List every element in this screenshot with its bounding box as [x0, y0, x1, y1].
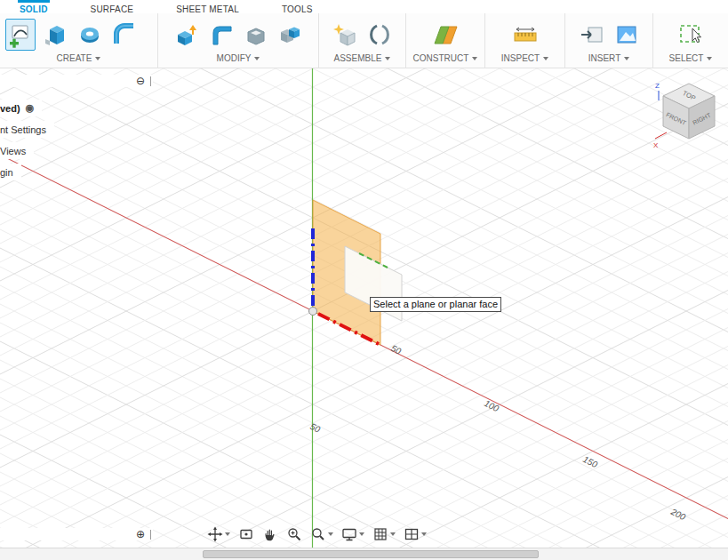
viewcube-x-label: X	[653, 141, 659, 149]
select-icon	[677, 21, 704, 48]
grid-icon	[372, 526, 388, 542]
select-label: SELECT	[669, 53, 704, 63]
measure-icon	[512, 21, 539, 48]
construct-label: CONSTRUCT	[413, 53, 469, 63]
tab-solid[interactable]: SOLID	[18, 0, 50, 13]
construct-dropdown[interactable]: CONSTRUCT	[406, 52, 484, 68]
fit-icon	[310, 526, 326, 542]
modify-dropdown[interactable]: MODIFY	[158, 52, 318, 68]
modify-label: MODIFY	[217, 53, 252, 63]
revolve-icon	[76, 21, 103, 48]
grid-settings-button[interactable]	[370, 524, 398, 544]
fillet-icon	[208, 21, 235, 48]
construct-plane-icon	[432, 21, 459, 48]
look-at-icon	[238, 526, 254, 542]
panel-divider	[150, 76, 151, 86]
tab-sheet-metal[interactable]: SHEET METAL	[174, 0, 241, 13]
new-component-button[interactable]	[330, 19, 360, 51]
fit-button[interactable]	[308, 524, 336, 544]
origin-point[interactable]	[309, 308, 317, 316]
combine-icon	[277, 21, 304, 48]
browser-panel: ⊖ ved) ◉ nt Settings Views gin ⊕	[0, 75, 153, 185]
expand-icon[interactable]: ⊕	[136, 529, 145, 540]
viewcube-x-axis	[655, 132, 667, 139]
orbit-icon	[207, 526, 223, 542]
chevron-down-icon	[254, 57, 260, 60]
look-at-button[interactable]	[236, 524, 257, 544]
viewcube-z-label: Z	[655, 82, 660, 90]
zoom-button[interactable]	[284, 524, 305, 544]
inspect-dropdown[interactable]: INSPECT	[485, 52, 564, 68]
toolbar-tabbar: SOLID SURFACE SHEET METAL TOOLS	[0, 0, 728, 13]
chevron-down-icon	[95, 57, 100, 60]
press-pull-button[interactable]	[172, 19, 202, 51]
select-dropdown[interactable]: SELECT	[653, 52, 728, 68]
shell-button[interactable]	[241, 19, 271, 51]
sweep-button[interactable]	[109, 19, 140, 51]
tab-tools[interactable]: TOOLS	[280, 0, 315, 13]
select-button[interactable]	[676, 19, 706, 51]
browser-item-label: gin	[0, 167, 13, 178]
toolbar-group-assemble: ASSEMBLE	[319, 13, 406, 68]
pan-icon	[262, 526, 278, 542]
insert-derive-icon	[579, 21, 605, 48]
create-sketch-button[interactable]	[5, 19, 36, 51]
browser-item-unsaved[interactable]: ved) ◉	[0, 100, 42, 116]
inspect-label: INSPECT	[501, 53, 540, 63]
tab-surface[interactable]: SURFACE	[89, 0, 136, 13]
insert-label: INSERT	[588, 53, 621, 63]
measure-button[interactable]	[510, 19, 540, 51]
browser-footer: ⊕	[0, 528, 153, 540]
orbit-button[interactable]	[204, 524, 233, 544]
shell-icon	[243, 21, 269, 48]
panel-divider	[150, 530, 151, 540]
canvas-icon	[613, 21, 640, 48]
create-label: CREATE	[57, 53, 92, 63]
toolbar-group-construct: CONSTRUCT	[406, 13, 485, 68]
horizontal-scrollbar[interactable]	[0, 548, 728, 560]
main-toolbar: CREATE	[0, 13, 728, 68]
document-activate-icon[interactable]: ◉	[26, 102, 35, 114]
toolbar-group-inspect: INSPECT	[485, 13, 565, 68]
pan-button[interactable]	[260, 524, 281, 544]
browser-item-label: nt Settings	[0, 124, 46, 135]
horizontal-scrollbar-thumb[interactable]	[203, 550, 539, 558]
assemble-dropdown[interactable]: ASSEMBLE	[319, 52, 405, 68]
viewports-icon	[404, 526, 420, 542]
browser-item-named-views[interactable]: Views	[0, 142, 34, 159]
create-dropdown[interactable]: CREATE	[0, 52, 157, 68]
canvas-button[interactable]	[612, 19, 642, 51]
viewports-button[interactable]	[401, 524, 429, 544]
new-component-icon	[332, 21, 358, 48]
view-cube[interactable]: TOP FRONT RIGHT Z X	[652, 76, 728, 153]
create-sketch-icon	[7, 21, 34, 48]
browser-item-origin[interactable]: gin	[0, 164, 21, 180]
zoom-icon	[286, 526, 302, 542]
insert-derive-button[interactable]	[577, 19, 607, 51]
chevron-down-icon	[359, 532, 364, 536]
combine-button[interactable]	[276, 19, 306, 51]
cursor-tooltip: Select a plane or planar face	[370, 297, 501, 312]
toolbar-group-select: SELECT	[653, 13, 728, 68]
browser-item-document-settings[interactable]: nt Settings	[0, 121, 54, 138]
navigation-bar	[204, 524, 429, 545]
collapse-icon[interactable]: ⊖	[136, 76, 145, 86]
chevron-down-icon	[472, 57, 477, 60]
toolbar-group-insert: INSERT	[565, 13, 653, 68]
revolve-button[interactable]	[75, 19, 105, 51]
insert-dropdown[interactable]: INSERT	[565, 52, 652, 68]
chevron-down-icon	[328, 532, 333, 536]
press-pull-icon	[173, 21, 200, 48]
browser-item-label: Views	[0, 146, 26, 156]
joint-icon	[366, 21, 393, 48]
toolbar-group-create: CREATE	[0, 13, 158, 68]
fillet-button[interactable]	[206, 19, 236, 51]
extrude-icon	[42, 21, 68, 48]
chevron-down-icon	[543, 57, 548, 60]
extrude-button[interactable]	[40, 19, 70, 51]
construct-plane-button[interactable]	[430, 19, 460, 51]
browser-item-label: ved)	[0, 103, 20, 114]
joint-button[interactable]	[364, 19, 395, 51]
display-settings-button[interactable]	[339, 524, 367, 544]
sweep-icon	[111, 21, 138, 48]
